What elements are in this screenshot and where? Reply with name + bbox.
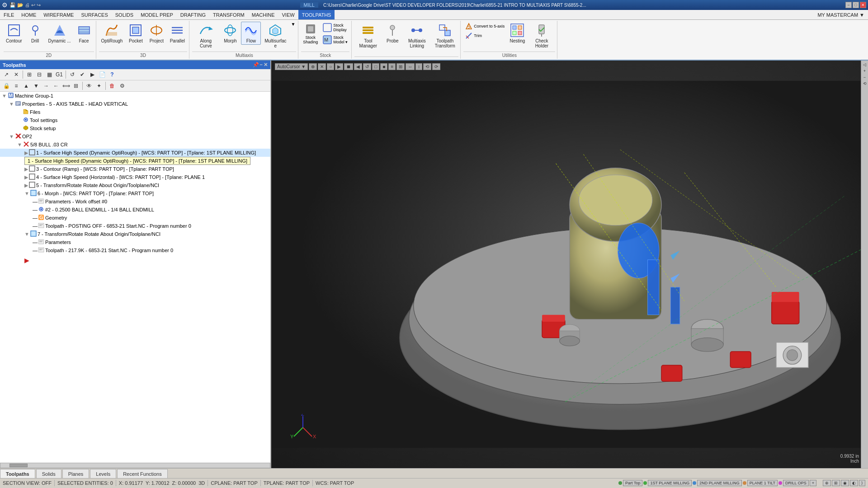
pocket-button[interactable]: Pocket <box>126 22 146 45</box>
tab-recent[interactable]: Recent Functions <box>117 469 168 478</box>
tree-params6[interactable]: — Parameters - Work offset #0 <box>0 197 270 206</box>
menu-surfaces[interactable]: SURFACES <box>77 10 111 19</box>
backplot-btn[interactable]: ▶ <box>88 70 97 79</box>
mill-tab[interactable]: MILL <box>300 2 318 8</box>
expand-view-btn[interactable]: ⟩ <box>859 480 865 486</box>
project-button[interactable]: Project <box>146 22 166 45</box>
tab-toolpaths[interactable]: Toolpaths <box>0 469 35 478</box>
probe-button[interactable]: Probe <box>382 22 402 45</box>
menu-modelprep[interactable]: MODEL PREP <box>137 10 177 19</box>
along-curve-button[interactable]: Along Curve <box>192 22 219 50</box>
maximize-button[interactable]: □ <box>853 2 859 8</box>
deselect-btn[interactable]: ✕ <box>12 70 21 79</box>
stock-model-button[interactable]: M StockModel ▾ <box>321 34 349 46</box>
move-up-btn[interactable]: ▲ <box>22 81 31 90</box>
optirough-button[interactable]: OptiRough <box>99 22 125 45</box>
morph-button[interactable]: Morph <box>220 22 240 45</box>
delete-btn[interactable]: 🗑 <box>108 81 117 90</box>
outdent-btn[interactable]: ← <box>52 81 61 90</box>
verify-btn[interactable]: ✔ <box>78 70 87 79</box>
vp-btn5[interactable]: ⏹ <box>344 63 353 70</box>
stock-display-button[interactable]: StockDisplay <box>321 22 349 33</box>
vp-btn2[interactable]: ✕ <box>318 63 326 70</box>
filter-btn[interactable]: ▦ <box>45 70 54 79</box>
close-button[interactable]: ✕ <box>860 2 866 8</box>
g1-btn[interactable]: G1 <box>55 70 64 79</box>
my-mastercam[interactable]: MY MASTERCAM ▼ <box>814 10 868 19</box>
tree-op2[interactable]: ▼ OP2 <box>0 132 270 141</box>
plane-btn-drill[interactable]: DRILL OPS <box>783 480 809 486</box>
plane-btn-2nd[interactable]: 2ND PLANE MILLING <box>697 480 742 486</box>
tree-toolpath6[interactable]: — Toolpath - POSTING OFF - 6853-21 Start… <box>0 222 270 230</box>
multiaxis-linking-button[interactable]: Multiaxis Linking <box>403 22 430 50</box>
nesting-button[interactable]: Nesting <box>507 22 527 45</box>
minimize-button[interactable]: − <box>845 2 852 8</box>
tree-op6[interactable]: ▼ 6 - Morph - [WCS: PART TOP] - [Tplane:… <box>0 189 270 197</box>
show-btn[interactable]: ✦ <box>94 81 104 90</box>
toggle-view-btn[interactable]: 👁 <box>85 81 94 90</box>
help-btn[interactable]: ? <box>108 70 117 79</box>
convert-5axis-button[interactable]: 5 Convert to 5-axis <box>463 22 506 31</box>
flow-button[interactable]: Flow <box>241 22 261 45</box>
menu-home[interactable]: HOME <box>18 10 40 19</box>
parallel-button[interactable]: Parallel <box>167 22 187 45</box>
vp-btn1[interactable]: ⊕ <box>309 63 317 70</box>
regen-btn[interactable]: ↺ <box>68 70 77 79</box>
menu-toolpaths[interactable]: TOOLPATHS <box>298 10 335 19</box>
panel-minimize-btn[interactable]: − <box>260 62 263 68</box>
tree-op4[interactable]: ▶ 4 - Surface High Speed (Horizontal) - … <box>0 173 270 181</box>
vp-btn8[interactable]: □ <box>372 63 379 70</box>
plane-btn-expand[interactable]: + <box>810 480 816 486</box>
multisurface-button[interactable]: Multisurface <box>262 22 289 50</box>
vp-btn13[interactable]: ↕ <box>415 63 422 70</box>
move-down-btn[interactable]: ▼ <box>32 81 41 90</box>
contour-button[interactable]: Contour <box>4 22 24 45</box>
rs-btn3[interactable]: − <box>862 75 868 80</box>
vp-btn9[interactable]: ■ <box>380 63 387 70</box>
plane-btn-1st[interactable]: 1ST PLANE MILLING <box>648 480 692 486</box>
scrollbar-thumb[interactable] <box>9 464 28 467</box>
vp-btn12[interactable]: ↔ <box>406 63 415 70</box>
menu-solids[interactable]: SOLIDS <box>112 10 137 19</box>
menu-file[interactable]: FILE <box>0 10 18 19</box>
multiaxis-expand-btn[interactable]: ▼ <box>290 22 296 27</box>
lock-btn[interactable]: 🔒 <box>2 81 11 90</box>
render-btn[interactable]: ◐ <box>850 480 858 486</box>
tree-tool-settings[interactable]: Tool settings <box>0 116 270 124</box>
view-mode-btn[interactable]: ◉ <box>841 480 849 486</box>
autocursor-btn[interactable]: AutoCursor ▼ <box>275 63 308 70</box>
menu-wireframe[interactable]: WIREFRAME <box>40 10 77 19</box>
indent-btn[interactable]: → <box>42 81 51 90</box>
tree-tool6[interactable]: — #2 - 0.2500 BALL ENDMILL - 1/4 BALL EN… <box>0 206 270 214</box>
face-button[interactable]: Face <box>74 22 94 45</box>
arrows-btn[interactable]: ⟺ <box>61 81 71 90</box>
tab-planes[interactable]: Planes <box>62 469 90 478</box>
tree-op7[interactable]: ▼ 7 - Transform/Rotate Rotate About Orig… <box>0 230 270 238</box>
post-btn[interactable]: 📄 <box>98 70 107 79</box>
menu-machine[interactable]: MACHINE <box>248 10 278 19</box>
tree-play-btn[interactable]: ▶ <box>0 256 270 264</box>
menu-view[interactable]: VIEW <box>278 10 298 19</box>
vp-btn7[interactable]: ↺ <box>363 63 371 70</box>
expand-btn[interactable]: ⊞ <box>25 70 34 79</box>
properties-btn[interactable]: ⚙ <box>118 81 127 90</box>
toolpath-transform-button[interactable]: Toolpath Transform <box>431 22 458 50</box>
panel-pin-btn[interactable]: 📌 <box>253 62 259 68</box>
tree-bull-tool[interactable]: ▼ 5/8 BULL .03 CR <box>0 141 270 149</box>
menu-transform[interactable]: TRANSFORM <box>209 10 248 19</box>
tree-op5[interactable]: ▶ 5 - Transform/Rotate Rotate About Orig… <box>0 181 270 189</box>
collapse-btn[interactable]: ⊟ <box>35 70 44 79</box>
rs-btn4[interactable]: ⟲ <box>862 81 868 86</box>
zoom-fit-btn[interactable]: ⊕ <box>823 480 831 486</box>
vp-btn3[interactable]: ○ <box>327 63 334 70</box>
grid-btn[interactable]: ⊞ <box>71 81 80 90</box>
vp-btn4[interactable]: ▶ <box>335 63 343 70</box>
tree-stock-setup[interactable]: Stock setup <box>0 124 270 132</box>
plane-btn-parttop[interactable]: Part Top <box>623 480 642 486</box>
select-all-btn[interactable]: ↗ <box>2 70 11 79</box>
vp-btn11[interactable]: ⊞ <box>396 63 405 70</box>
drill-button[interactable]: Drill <box>25 22 45 45</box>
tree-op1[interactable]: ▶ 1 - Surface High Speed (Dynamic OptiRo… <box>0 149 270 157</box>
tree-op3[interactable]: ▶ 3 - Contour (Ramp) - [WCS: PART TOP] -… <box>0 165 270 173</box>
tree-toolpath7[interactable]: — Toolpath - 217.9K - 6853-21 Start.NC -… <box>0 246 270 254</box>
